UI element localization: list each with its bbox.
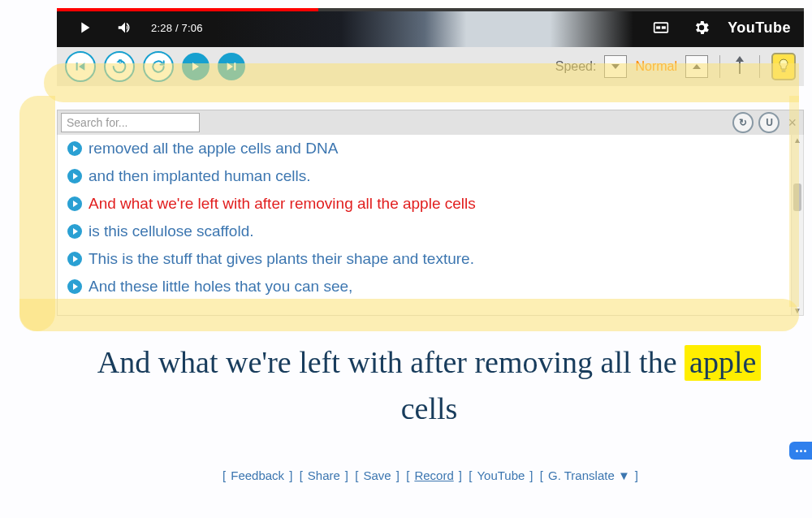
play-button[interactable] (182, 53, 209, 80)
transcript-line[interactable]: This is the stuff that gives plants thei… (58, 245, 792, 273)
svg-rect-2 (656, 26, 660, 28)
speed-up-button[interactable] (685, 55, 708, 78)
transcript-scrollbar[interactable]: ▲ ▼ (791, 135, 803, 315)
scroll-top-button[interactable] (732, 56, 748, 77)
speed-value: Normal (635, 59, 677, 74)
lightbulb-icon[interactable] (771, 53, 796, 80)
time-display: 2:28 / 7:06 (151, 22, 203, 34)
youtube-logo[interactable]: YouTube (728, 19, 791, 37)
close-icon[interactable]: × (784, 114, 800, 132)
prev-section-button[interactable] (65, 51, 96, 82)
video-player-bar: 2:28 / 7:06 YouTube (57, 8, 804, 47)
progress-filled (57, 8, 318, 11)
transcript-play-icon[interactable] (67, 279, 82, 294)
transcript-play-icon[interactable] (67, 196, 82, 211)
next-section-button[interactable] (218, 53, 245, 80)
transcript-line[interactable]: removed all the apple cells and DNA (58, 135, 792, 162)
share-link[interactable]: Share (308, 468, 340, 482)
feedback-link[interactable]: Feedback (231, 468, 284, 482)
rewind-5-label: -5 (116, 58, 122, 65)
caption-highlight-word[interactable]: apple (685, 345, 761, 381)
transcript-line[interactable]: And what we're left with after removing … (58, 190, 792, 218)
current-caption: And what we're left with after removing … (69, 339, 789, 432)
record-link[interactable]: Record (414, 468, 453, 482)
speed-label: Speed: (555, 59, 597, 74)
transcript-play-icon[interactable] (67, 169, 82, 183)
transcript-text: and then implanted human cells. (89, 167, 311, 185)
action-links-row: [Feedback] [Share] [Save] [Record] [YouT… (57, 468, 804, 482)
progress-track[interactable] (57, 8, 804, 11)
scrollbar-up-icon[interactable]: ▲ (792, 135, 803, 145)
transcript-line[interactable]: And these little holes that you can see, (58, 273, 792, 300)
svg-rect-5 (234, 63, 235, 70)
u-icon[interactable]: U (758, 112, 780, 133)
chat-icon[interactable] (789, 442, 812, 460)
save-link[interactable]: Save (364, 468, 391, 482)
transcript-text: And what we're left with after removing … (89, 195, 476, 213)
transcript-search-row: ↻ U × (57, 110, 804, 136)
captions-icon[interactable] (646, 13, 676, 42)
transcript-line[interactable]: and then implanted human cells. (58, 162, 792, 190)
playback-toolbar: -5 Speed: Normal (57, 47, 804, 86)
refresh-transcript-icon[interactable]: ↻ (732, 112, 754, 133)
transcript-play-icon[interactable] (67, 141, 82, 156)
youtube-link[interactable]: YouTube (477, 468, 525, 482)
caption-before: And what we're left with after removing … (97, 345, 685, 379)
reload-button[interactable] (143, 51, 174, 82)
transcript-play-icon[interactable] (67, 252, 82, 266)
transcript-text: And these little holes that you can see, (89, 278, 352, 296)
transcript-body[interactable]: removed all the apple cells and DNAand t… (58, 135, 792, 315)
svg-rect-4 (76, 63, 78, 70)
play-icon[interactable] (70, 13, 99, 42)
svg-rect-6 (782, 70, 786, 72)
scrollbar-down-icon[interactable]: ▼ (792, 305, 803, 315)
transcript-text: This is the stuff that gives plants thei… (89, 250, 474, 268)
transcript-panel: removed all the apple cells and DNAand t… (57, 135, 804, 316)
gear-icon[interactable] (687, 13, 716, 42)
transcript-line[interactable]: is this cellulose scaffold. (58, 218, 792, 245)
svg-rect-3 (662, 26, 666, 28)
search-input[interactable] (61, 113, 200, 132)
speed-down-button[interactable] (604, 55, 627, 78)
transcript-play-icon[interactable] (67, 224, 82, 239)
caption-after: cells (401, 391, 458, 425)
volume-icon[interactable] (110, 13, 140, 42)
scrollbar-thumb[interactable] (793, 183, 801, 211)
transcript-text: removed all the apple cells and DNA (89, 140, 338, 158)
rewind-5-button[interactable]: -5 (104, 51, 135, 82)
transcript-text: is this cellulose scaffold. (89, 222, 253, 240)
gtranslate-link[interactable]: G. Translate ▼ (548, 468, 630, 482)
video-thumbnail-strip (216, 8, 634, 47)
